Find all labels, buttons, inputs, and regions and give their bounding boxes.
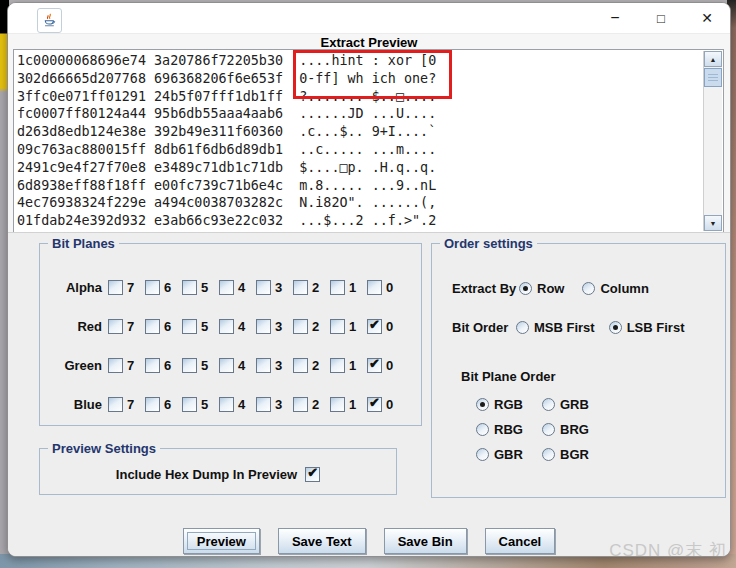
bit-cell: ✔0: [367, 397, 404, 412]
scrollbar-thumb[interactable]: [704, 68, 722, 87]
checkbox-red-bit-7[interactable]: [108, 319, 123, 334]
bit-cell: 5: [182, 280, 219, 295]
maximize-icon: □: [657, 11, 665, 26]
checkbox-alpha-bit-2[interactable]: [293, 280, 308, 295]
checkmark-icon: ✔: [369, 356, 380, 371]
bit-number-label: 3: [275, 358, 282, 373]
radio-extract-by-column[interactable]: Column: [582, 281, 648, 296]
checkbox-red-bit-5[interactable]: [182, 319, 197, 334]
radio-bit-plane-order-bgr[interactable]: BGR: [542, 447, 589, 462]
checkbox-blue-bit-3[interactable]: [256, 397, 271, 412]
bit-plane-row-green: Green7654321✔0: [40, 346, 421, 385]
bit-number-label: 4: [238, 280, 245, 295]
bit-order-row: Bit Order MSB FirstLSB First: [452, 317, 684, 337]
vertical-scrollbar[interactable]: ▲ ▼: [703, 51, 722, 231]
checkbox-alpha-bit-4[interactable]: [219, 280, 234, 295]
checkbox-blue-bit-7[interactable]: [108, 397, 123, 412]
preview-settings-group-title: Preview Settings: [48, 441, 160, 456]
scrollbar-up-button[interactable]: ▲: [704, 51, 722, 67]
bit-number-label: 5: [201, 319, 208, 334]
bit-cell: 6: [145, 280, 182, 295]
checkbox-green-bit-3[interactable]: [256, 358, 271, 373]
checkbox-red-bit-4[interactable]: [219, 319, 234, 334]
scrollbar-grip-icon: [708, 74, 718, 83]
checkbox-alpha-bit-5[interactable]: [182, 280, 197, 295]
save-bin-button[interactable]: Save Bin: [384, 528, 467, 554]
checkbox-green-bit-4[interactable]: [219, 358, 234, 373]
radio-bit-order-msb-first[interactable]: MSB First: [516, 320, 595, 335]
bit-number-label: 0: [386, 319, 393, 334]
bit-plane-order-options: RGBGRBRBGBRGGBRBGR: [476, 397, 589, 462]
java-coffee-cup-icon[interactable]: [37, 8, 62, 33]
checkbox-green-bit-5[interactable]: [182, 358, 197, 373]
bit-order-options: MSB FirstLSB First: [516, 320, 684, 335]
hex-line: 6d8938eff88f18ff e00fc739c71b6e4c m.8...…: [17, 177, 702, 195]
radio-extract-by-row[interactable]: Row: [519, 281, 564, 296]
cancel-button[interactable]: Cancel: [485, 528, 556, 554]
radio-bit-plane-order-grb[interactable]: GRB: [542, 397, 589, 412]
checkbox-blue-bit-5[interactable]: [182, 397, 197, 412]
checkbox-green-bit-2[interactable]: [293, 358, 308, 373]
bit-number-label: 5: [201, 397, 208, 412]
bit-planes-group-title: Bit Planes: [48, 236, 119, 251]
save-text-button[interactable]: Save Text: [278, 528, 366, 554]
checkbox-alpha-bit-0[interactable]: [367, 280, 382, 295]
bit-number-label: 6: [164, 280, 171, 295]
checkbox-alpha-bit-1[interactable]: [330, 280, 345, 295]
radio-icon: [476, 448, 489, 461]
checkbox-blue-bit-4[interactable]: [219, 397, 234, 412]
maximize-button[interactable]: □: [638, 3, 684, 33]
checkbox-green-bit-6[interactable]: [145, 358, 160, 373]
include-hex-dump-checkbox[interactable]: ✔: [305, 467, 320, 482]
checkbox-alpha-bit-7[interactable]: [108, 280, 123, 295]
checkbox-green-bit-0[interactable]: ✔: [367, 358, 382, 373]
radio-bit-order-lsb-first[interactable]: LSB First: [609, 320, 685, 335]
checkbox-alpha-bit-3[interactable]: [256, 280, 271, 295]
radio-label: Row: [537, 281, 564, 296]
radio-bit-plane-order-brg[interactable]: BRG: [542, 422, 589, 437]
checkbox-green-bit-1[interactable]: [330, 358, 345, 373]
radio-bit-plane-order-rbg[interactable]: RBG: [476, 422, 542, 437]
radio-label: GRB: [560, 397, 589, 412]
bit-number-label: 1: [349, 358, 356, 373]
radio-bit-plane-order-rgb[interactable]: RGB: [476, 397, 542, 412]
bit-cell: 6: [145, 319, 182, 334]
radio-bit-plane-order-gbr[interactable]: GBR: [476, 447, 542, 462]
hex-line: fc0007ff80124a44 95b6db55aaa4aab6 ......…: [17, 105, 702, 123]
checkbox-red-bit-3[interactable]: [256, 319, 271, 334]
bit-cell: 1: [330, 319, 367, 334]
scrollbar-down-button[interactable]: ▼: [704, 215, 722, 231]
checkbox-red-bit-6[interactable]: [145, 319, 160, 334]
bit-plane-order-label: Bit Plane Order: [461, 369, 556, 384]
checkbox-blue-bit-2[interactable]: [293, 397, 308, 412]
extract-preview-window: −□✕ Extract Preview 1c00000068696e74 3a2…: [7, 2, 731, 557]
bit-planes-group: Bit Planes Alpha76543210Red7654321✔0Gree…: [39, 243, 422, 426]
watermark: CSDN @末 初: [609, 539, 727, 557]
bit-number-label: 7: [127, 280, 134, 295]
preview-button[interactable]: Preview: [183, 528, 260, 554]
radio-icon: [516, 321, 529, 334]
checkbox-red-bit-2[interactable]: [293, 319, 308, 334]
bit-order-label: Bit Order: [452, 320, 516, 335]
bit-number-label: 2: [312, 358, 319, 373]
checkbox-blue-bit-6[interactable]: [145, 397, 160, 412]
minimize-button[interactable]: −: [592, 3, 638, 33]
checkbox-red-bit-0[interactable]: ✔: [367, 319, 382, 334]
checkbox-green-bit-7[interactable]: [108, 358, 123, 373]
hex-line: 2491c9e4f27f70e8 e3489c71db1c71db $....□…: [17, 159, 702, 177]
checkbox-alpha-bit-6[interactable]: [145, 280, 160, 295]
close-button[interactable]: ✕: [684, 3, 730, 33]
checkmark-icon: ✔: [369, 395, 380, 410]
order-settings-group-title: Order settings: [440, 236, 537, 251]
bit-number-label: 5: [201, 280, 208, 295]
radio-label: BGR: [560, 447, 589, 462]
checkbox-red-bit-1[interactable]: [330, 319, 345, 334]
radio-icon: [476, 398, 489, 411]
channel-label: Green: [40, 358, 102, 373]
bit-cell: ✔0: [367, 358, 404, 373]
bit-cell: 2: [293, 280, 330, 295]
checkbox-blue-bit-1[interactable]: [330, 397, 345, 412]
checkbox-blue-bit-0[interactable]: ✔: [367, 397, 382, 412]
bit-number-label: 5: [201, 358, 208, 373]
bit-number-label: 4: [238, 397, 245, 412]
